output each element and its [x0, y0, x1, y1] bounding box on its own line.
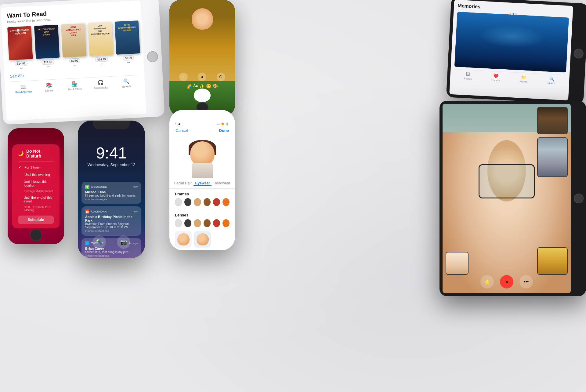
done-button[interactable]: Done	[219, 128, 229, 133]
books-nav-search[interactable]: 🔍 Search	[113, 78, 139, 89]
books-nav-reading-now[interactable]: 📖 Reading Now	[10, 83, 37, 94]
dnd-title: Do Not Disturb	[26, 149, 54, 158]
frame-color-6[interactable]	[222, 198, 230, 206]
memoji-body	[192, 163, 213, 178]
books-nav-library[interactable]: 📚 Library	[36, 82, 62, 93]
calendar-event-body: Invitation From Smeeta SingpuriSeptember…	[85, 222, 138, 229]
dnd-option-label-1: For 1 hour	[24, 165, 40, 169]
emoji-sticker-icon[interactable]: 😊	[206, 84, 211, 89]
book-item-4[interactable]: $14.99 •••	[88, 22, 114, 66]
lock-notif-messages[interactable]: 💬 MESSAGES now Michael Dibs I'll see you…	[81, 182, 141, 204]
iphone-memoji-device: 9:41 ▪▪▪ 🔶 🔋 Cancel Done Facial Hair Eye…	[169, 110, 235, 250]
memories-search-icon: 🔍	[549, 76, 555, 82]
ipad-memories-device: Memories 🖼 Photos ❤️ For You	[446, 0, 586, 104]
books-nav-bar: 📖 Reading Now 📚 Library 🏪 Book Store 🎧 A…	[10, 75, 139, 94]
memoji-variant-3[interactable]	[175, 250, 192, 250]
book-more-1: •••	[20, 67, 23, 70]
memoji-head	[190, 141, 215, 166]
ipad-facetime-home-button[interactable]	[574, 194, 584, 203]
emoji-rainbow-icon[interactable]: 🌈	[186, 84, 192, 89]
lens-color-5[interactable]	[213, 219, 220, 227]
frame-color-1[interactable]	[175, 198, 182, 206]
lens-color-4[interactable]	[204, 219, 211, 227]
book-price-5: $9.99	[123, 55, 134, 61]
facetime-main-area: ⭐ ✕ •••	[443, 104, 571, 293]
book-item-3[interactable]: $9.99 •••	[61, 23, 87, 67]
check-icon-3	[18, 181, 21, 186]
memories-nav-for-you[interactable]: ❤️ For You	[482, 73, 510, 82]
iphone-lock-notch	[93, 121, 130, 129]
dnd-option-label-4: Until the end of this event	[24, 196, 54, 203]
flashlight-button[interactable]: 🔦	[92, 235, 106, 249]
lens-color-1[interactable]	[175, 219, 182, 227]
camera-top-controls: ⚡ ● ⏱	[169, 73, 235, 81]
dnd-option-location[interactable]: Until I leave this location Heritage Mid…	[18, 178, 54, 194]
memories-nav-photos[interactable]: 🖼 Photos	[454, 71, 482, 81]
check-icon-2	[18, 172, 22, 177]
cancel-button[interactable]: Cancel	[175, 128, 188, 133]
tab-eyewear[interactable]: Eyewear	[194, 181, 212, 186]
lock-notif-calendar[interactable]: 📅 CALENDAR now Annie's Birthday Picnic i…	[81, 206, 141, 236]
camera-flash-icon[interactable]: ⚡	[179, 73, 188, 81]
lock-bottom-buttons: 🔦 📷	[78, 235, 145, 249]
iphone-dnd-screen: 🌙 Do Not Disturb ✓ For 1 hour Until this…	[8, 128, 64, 244]
frame-color-4[interactable]	[204, 198, 211, 206]
frame-color-2[interactable]	[184, 198, 191, 206]
books-nav-audiobooks[interactable]: 🎧 Audiobooks	[88, 79, 114, 90]
frame-color-3[interactable]	[194, 198, 201, 206]
reading-now-icon: 📖	[20, 83, 27, 89]
book-item-2[interactable]: $11.99 •••	[34, 25, 60, 69]
book-more-5: •••	[127, 61, 130, 64]
dnd-option-1hour[interactable]: ✓ For 1 hour	[18, 164, 54, 171]
memoji-variant-2[interactable]	[194, 231, 211, 248]
dnd-divider	[18, 162, 54, 162]
schedule-button[interactable]: Schedule	[18, 216, 54, 224]
book-price-4: $14.99	[95, 56, 108, 62]
iphone-memoji-notch	[184, 110, 221, 118]
messages-app-icon: 💬	[85, 185, 89, 189]
facetime-end-call-button[interactable]: ✕	[500, 275, 513, 289]
library-icon: 📚	[46, 82, 52, 88]
iphone-dnd-device: 🌙 Do Not Disturb ✓ For 1 hour Until this…	[8, 128, 64, 244]
facetime-thumbnail-self	[446, 252, 468, 275]
shutter-button[interactable]	[194, 89, 211, 102]
book-cover-fallen	[7, 26, 33, 60]
memories-nav-albums[interactable]: 📁 Albums	[509, 74, 538, 84]
ipad-facetime-device: ⭐ ✕ •••	[440, 101, 586, 296]
book-item-1[interactable]: $14.99 •••	[7, 26, 33, 70]
ipad-books-device: Want To Read Books you'd like to read ne…	[0, 0, 165, 125]
camera-lock-button[interactable]: 📷	[117, 235, 130, 249]
memoji-variant-1[interactable]	[175, 231, 192, 248]
ipad-books-home-button[interactable]	[147, 51, 158, 62]
camera-live-icon[interactable]: ●	[198, 73, 206, 81]
lens-color-3[interactable]	[194, 219, 201, 227]
ipad-memories-home-button[interactable]	[573, 49, 584, 59]
lens-color-2[interactable]	[184, 219, 191, 227]
lens-color-6[interactable]	[222, 219, 230, 227]
memories-nav-search[interactable]: 🔍 Search	[537, 76, 566, 85]
facetime-star-button[interactable]: ⭐	[480, 275, 494, 289]
book-store-icon: 🏪	[72, 81, 78, 87]
tab-headwear[interactable]: Headwear	[212, 181, 232, 186]
iphone-lock-device: 9:41 Wednesday, September 12 💬 MESSAGES …	[78, 121, 145, 258]
camera-viewfinder	[169, 0, 235, 81]
facetime-more-button[interactable]: •••	[519, 275, 533, 289]
lenses-color-row	[169, 219, 235, 227]
tab-facial-hair[interactable]: Facial Hair	[173, 181, 193, 186]
lock-date-display: Wednesday, September 12	[78, 162, 145, 167]
book-more-4: •••	[100, 62, 103, 65]
iphone-camera-screen: ⚡ ● ⏱ 🌈 Aa ✨ 😊 🎨	[169, 0, 235, 116]
book-cover-war-storm	[34, 25, 60, 59]
calendar-event-title: Annie's Birthday Picnic in the Park	[85, 215, 138, 222]
frame-color-5[interactable]	[213, 198, 220, 206]
dnd-option-event[interactable]: Until the end of this event 9:00 – 11:00…	[18, 194, 54, 213]
book-item-5[interactable]: $9.99 •••	[115, 20, 141, 65]
emoji-paint-icon[interactable]: 🎨	[213, 84, 218, 89]
iphone-dnd-home-button[interactable]	[30, 229, 42, 241]
camera-timer-icon[interactable]: ⏱	[217, 73, 225, 81]
emoji-sparkle-icon[interactable]: ✨	[199, 84, 204, 89]
books-nav-book-store[interactable]: 🏪 Book Store	[62, 80, 88, 91]
twitter-more: 2 more notifications	[85, 254, 138, 257]
dnd-option-evening[interactable]: Until this evening	[18, 171, 54, 178]
emoji-text-icon[interactable]: Aa	[193, 84, 197, 89]
